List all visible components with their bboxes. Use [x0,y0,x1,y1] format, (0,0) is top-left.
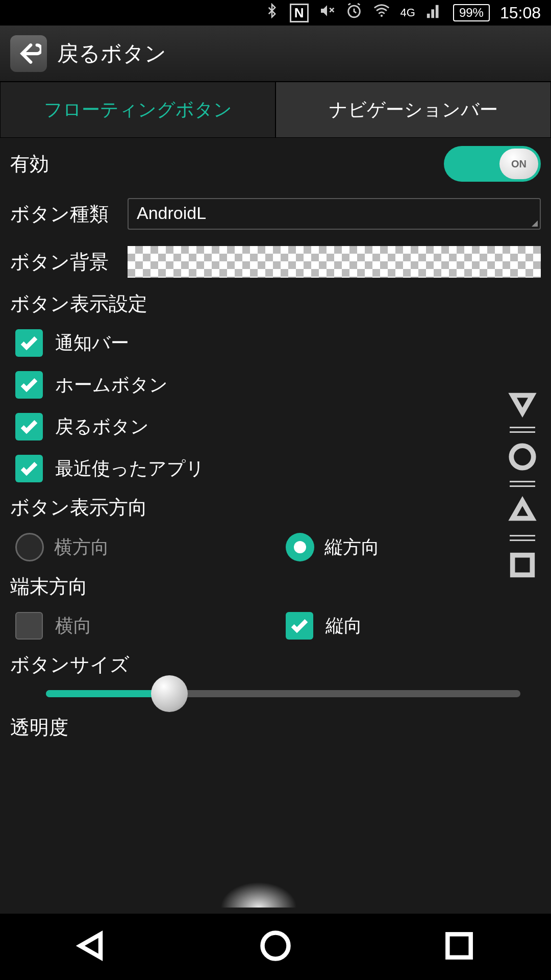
divider-icon [510,481,535,487]
home-label: ホームボタン [55,373,168,398]
floating-home-circle-icon[interactable] [508,442,537,472]
device-v-label: 縦向 [325,614,362,639]
button-type-select[interactable]: AndroidL [128,198,541,230]
divider-icon [510,427,535,433]
checkbox-home[interactable] [15,371,43,399]
notify-label: 通知バー [55,331,129,356]
back-arrow-icon [16,41,41,66]
signal-icon [425,2,443,23]
device-vertical[interactable]: 縦向 [265,612,536,640]
bluetooth-icon [264,3,280,22]
slider-thumb[interactable] [151,675,188,712]
floating-nav-buttons[interactable] [502,388,543,580]
row-enabled: 有効 ON [0,138,551,190]
network-label: 4G [400,6,415,19]
checkbox-device-v[interactable] [286,612,313,640]
row-button-background: ボタン背景 [0,238,551,286]
checkbox-back[interactable] [15,413,43,440]
button-type-label: ボタン種類 [10,201,128,227]
button-bg-label: ボタン背景 [10,249,128,275]
tabs: フローティングボタン ナビゲーションバー [0,82,551,138]
svg-rect-5 [447,934,470,957]
radio-horizontal[interactable]: 横方向 [15,533,265,561]
status-bar: N 4G 99% 15:08 [0,0,551,26]
floating-recent-square-icon[interactable] [508,550,537,580]
slider-thumb-peek [220,882,297,908]
svg-point-1 [380,15,382,17]
mute-icon [319,3,335,23]
system-recent-button[interactable] [442,928,477,965]
tab-navigation-bar[interactable]: ナビゲーションバー [276,82,551,138]
svg-point-2 [511,446,534,468]
svg-point-4 [263,933,289,959]
header-bar: 戻るボタン [0,26,551,82]
wifi-icon [373,2,390,23]
row-button-type: ボタン種類 AndroidL [0,190,551,238]
battery-indicator: 99% [453,4,490,21]
check-row-home[interactable]: ホームボタン [0,364,551,406]
clock: 15:08 [500,4,541,22]
vertical-label: 縦方向 [324,535,380,560]
tab-floating-button[interactable]: フローティングボタン [0,82,276,138]
back-label: 戻るボタン [55,414,149,439]
floating-up-triangle-icon[interactable] [508,496,537,526]
checkbox-notify[interactable] [15,329,43,357]
size-slider[interactable] [46,690,520,697]
device-h-label: 横向 [55,614,92,639]
direction-label: ボタン表示方向 [0,489,551,526]
system-home-button[interactable] [258,928,293,965]
checkbox-recent[interactable] [15,455,43,482]
enabled-toggle[interactable]: ON [444,146,541,182]
back-button[interactable] [10,35,47,72]
enabled-label: 有効 [10,151,444,177]
device-horizontal[interactable]: 横向 [15,612,265,640]
svg-rect-3 [513,555,533,575]
device-dir-row: 横向 縦向 [0,605,551,647]
size-slider-row [0,683,551,709]
transparency-label: 透明度 [0,709,551,746]
toggle-knob: ON [499,149,538,179]
system-back-button[interactable] [74,928,109,965]
recent-square-icon [442,928,477,963]
check-row-notify[interactable]: 通知バー [0,322,551,364]
check-row-recent[interactable]: 最近使ったアプリ [0,448,551,489]
size-label: ボタンサイズ [0,647,551,683]
alarm-icon [345,2,363,23]
direction-radio-row: 横方向 縦方向 [0,526,551,569]
home-circle-icon [258,928,293,963]
horizontal-label: 横方向 [54,535,109,560]
checkbox-device-h[interactable] [15,612,43,640]
settings-content: 有効 ON ボタン種類 AndroidL ボタン背景 ボタン表示設定 通知バー … [0,138,551,746]
page-title: 戻るボタン [57,39,166,68]
floating-back-triangle-icon[interactable] [508,388,537,418]
display-settings-label: ボタン表示設定 [0,286,551,322]
radio-vertical[interactable]: 縦方向 [265,533,536,561]
recent-label: 最近使ったアプリ [55,456,205,481]
system-nav-bar [0,914,551,980]
button-bg-picker[interactable] [128,246,541,278]
back-triangle-icon [74,928,109,963]
divider-icon [510,535,535,541]
nfc-icon: N [290,4,309,22]
device-dir-label: 端末方向 [0,569,551,605]
check-row-back[interactable]: 戻るボタン [0,406,551,448]
